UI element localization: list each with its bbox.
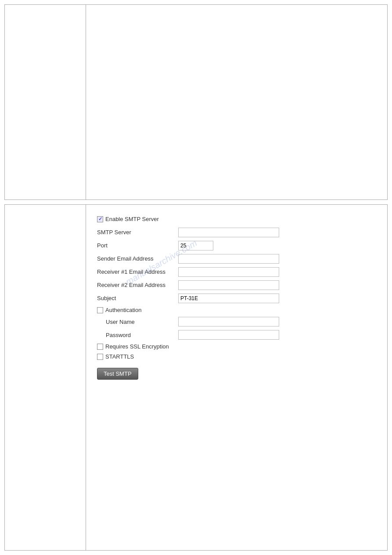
subject-label: Subject [97, 295, 178, 302]
ssl-row: Requires SSL Encryption [97, 343, 376, 350]
ssl-checkbox[interactable] [97, 344, 103, 350]
starttls-checkbox[interactable] [97, 354, 103, 360]
username-input[interactable] [178, 317, 279, 326]
left-panel-top [5, 5, 86, 200]
smtp-server-input[interactable] [178, 228, 279, 237]
starttls-label: STARTTLS [105, 353, 134, 360]
left-panel-bottom [5, 205, 86, 550]
receiver1-input[interactable] [178, 267, 279, 277]
authentication-label: Authentication [105, 307, 141, 313]
test-smtp-container: Test SMTP [97, 364, 376, 380]
receiver2-row: Receiver #2 Email Address [97, 280, 376, 290]
authentication-row: Authentication [97, 307, 376, 313]
right-panel-bottom: manualsarchive.com ✓ Enable SMTP Server … [86, 205, 387, 550]
test-smtp-button[interactable]: Test SMTP [97, 368, 138, 380]
smtp-server-row: SMTP Server [97, 228, 376, 237]
smtp-form: ✓ Enable SMTP Server SMTP Server Port Se… [97, 216, 376, 380]
receiver1-label: Receiver #1 Email Address [97, 268, 178, 276]
bottom-section: manualsarchive.com ✓ Enable SMTP Server … [4, 204, 388, 551]
port-input[interactable] [178, 241, 213, 250]
top-section [4, 4, 388, 200]
port-label: Port [97, 242, 178, 250]
sender-email-input[interactable] [178, 254, 279, 264]
checkmark-icon: ✓ [98, 216, 102, 222]
receiver2-input[interactable] [178, 280, 279, 290]
smtp-server-label: SMTP Server [97, 229, 178, 236]
username-label: User Name [106, 319, 178, 325]
page: manualsarchive.com ✓ Enable SMTP Server … [0, 0, 392, 555]
sender-email-row: Sender Email Address [97, 254, 376, 264]
subject-input[interactable] [178, 294, 279, 303]
authentication-checkbox[interactable] [97, 307, 103, 313]
subject-row: Subject [97, 294, 376, 303]
enable-smtp-checkbox[interactable]: ✓ [97, 216, 103, 222]
password-input[interactable] [178, 330, 279, 340]
enable-smtp-label: Enable SMTP Server [105, 216, 159, 222]
starttls-row: STARTTLS [97, 353, 376, 360]
receiver1-row: Receiver #1 Email Address [97, 267, 376, 277]
port-row: Port [97, 241, 376, 250]
password-row: Password [97, 330, 376, 340]
receiver2-label: Receiver #2 Email Address [97, 282, 178, 289]
ssl-label: Requires SSL Encryption [105, 343, 169, 350]
password-label: Password [106, 332, 178, 338]
username-row: User Name [97, 317, 376, 326]
right-panel-top [86, 5, 387, 200]
sender-email-label: Sender Email Address [97, 255, 178, 263]
enable-smtp-row: ✓ Enable SMTP Server [97, 216, 376, 222]
